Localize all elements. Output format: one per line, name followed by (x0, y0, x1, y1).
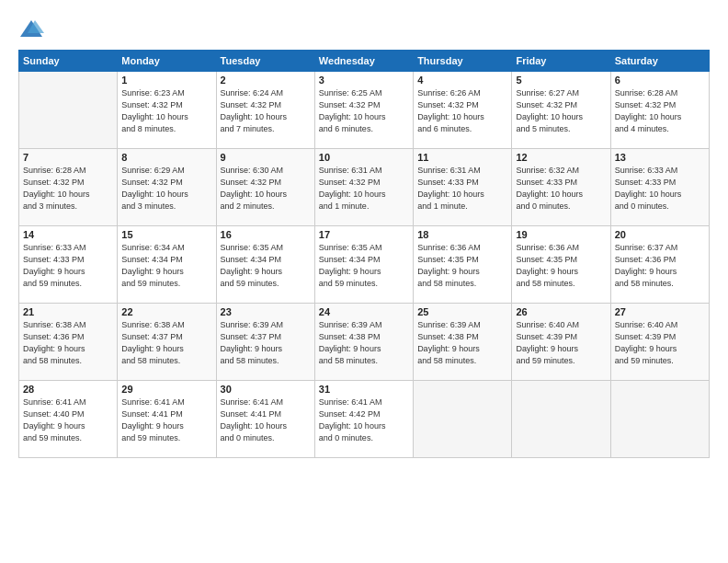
day-number: 26 (516, 306, 606, 317)
day-info: Sunrise: 6:36 AM Sunset: 4:35 PM Dayligh… (417, 242, 507, 290)
calendar-cell: 22Sunrise: 6:38 AM Sunset: 4:37 PM Dayli… (118, 304, 216, 381)
day-number: 18 (417, 229, 507, 240)
day-info: Sunrise: 6:38 AM Sunset: 4:36 PM Dayligh… (23, 319, 113, 367)
day-number: 16 (221, 229, 311, 240)
logo (18, 17, 46, 42)
calendar-cell: 21Sunrise: 6:38 AM Sunset: 4:36 PM Dayli… (19, 304, 118, 381)
day-number: 21 (23, 306, 113, 317)
day-info: Sunrise: 6:39 AM Sunset: 4:38 PM Dayligh… (319, 319, 409, 367)
day-number: 27 (615, 306, 705, 317)
calendar-cell: 16Sunrise: 6:35 AM Sunset: 4:34 PM Dayli… (216, 226, 314, 304)
calendar-cell (414, 381, 512, 458)
day-number: 7 (23, 152, 113, 163)
page: SundayMondayTuesdayWednesdayThursdayFrid… (0, 0, 728, 563)
day-info: Sunrise: 6:35 AM Sunset: 4:34 PM Dayligh… (221, 242, 311, 290)
day-info: Sunrise: 6:41 AM Sunset: 4:41 PM Dayligh… (221, 396, 311, 444)
calendar-cell: 20Sunrise: 6:37 AM Sunset: 4:36 PM Dayli… (610, 226, 709, 304)
day-info: Sunrise: 6:27 AM Sunset: 4:32 PM Dayligh… (516, 87, 606, 135)
calendar-cell: 10Sunrise: 6:31 AM Sunset: 4:32 PM Dayli… (314, 149, 413, 226)
day-number: 30 (221, 384, 311, 395)
day-number: 2 (221, 75, 311, 86)
day-number: 24 (319, 306, 409, 317)
calendar-week-4: 21Sunrise: 6:38 AM Sunset: 4:36 PM Dayli… (19, 304, 710, 381)
day-number: 10 (319, 152, 409, 163)
day-info: Sunrise: 6:34 AM Sunset: 4:34 PM Dayligh… (121, 242, 211, 290)
day-number: 11 (417, 152, 507, 163)
calendar-cell: 14Sunrise: 6:33 AM Sunset: 4:33 PM Dayli… (19, 226, 118, 304)
calendar-header-thursday: Thursday (414, 51, 512, 72)
calendar-cell: 24Sunrise: 6:39 AM Sunset: 4:38 PM Dayli… (314, 304, 413, 381)
day-info: Sunrise: 6:38 AM Sunset: 4:37 PM Dayligh… (121, 319, 211, 367)
day-info: Sunrise: 6:29 AM Sunset: 4:32 PM Dayligh… (121, 165, 211, 213)
day-number: 29 (121, 384, 211, 395)
calendar-cell: 7Sunrise: 6:28 AM Sunset: 4:32 PM Daylig… (19, 149, 118, 226)
logo-icon (18, 17, 44, 42)
calendar-cell: 5Sunrise: 6:27 AM Sunset: 4:32 PM Daylig… (512, 72, 610, 149)
calendar-cell: 23Sunrise: 6:39 AM Sunset: 4:37 PM Dayli… (216, 304, 314, 381)
calendar-cell: 1Sunrise: 6:23 AM Sunset: 4:32 PM Daylig… (118, 72, 216, 149)
calendar-week-2: 7Sunrise: 6:28 AM Sunset: 4:32 PM Daylig… (19, 149, 710, 226)
day-number: 8 (121, 152, 211, 163)
day-info: Sunrise: 6:24 AM Sunset: 4:32 PM Dayligh… (221, 87, 311, 135)
calendar-cell: 13Sunrise: 6:33 AM Sunset: 4:33 PM Dayli… (610, 149, 709, 226)
calendar-cell: 17Sunrise: 6:35 AM Sunset: 4:34 PM Dayli… (314, 226, 413, 304)
calendar-cell: 2Sunrise: 6:24 AM Sunset: 4:32 PM Daylig… (216, 72, 314, 149)
day-number: 5 (516, 75, 606, 86)
calendar-header-wednesday: Wednesday (314, 51, 413, 72)
day-number: 6 (615, 75, 705, 86)
day-info: Sunrise: 6:35 AM Sunset: 4:34 PM Dayligh… (319, 242, 409, 290)
day-number: 9 (221, 152, 311, 163)
calendar: SundayMondayTuesdayWednesdayThursdayFrid… (18, 50, 710, 458)
day-number: 1 (121, 75, 211, 86)
calendar-cell: 29Sunrise: 6:41 AM Sunset: 4:41 PM Dayli… (118, 381, 216, 458)
day-number: 15 (121, 229, 211, 240)
calendar-cell: 28Sunrise: 6:41 AM Sunset: 4:40 PM Dayli… (19, 381, 118, 458)
day-info: Sunrise: 6:28 AM Sunset: 4:32 PM Dayligh… (615, 87, 705, 135)
calendar-week-1: 1Sunrise: 6:23 AM Sunset: 4:32 PM Daylig… (19, 72, 710, 149)
calendar-cell: 27Sunrise: 6:40 AM Sunset: 4:39 PM Dayli… (610, 304, 709, 381)
calendar-cell: 11Sunrise: 6:31 AM Sunset: 4:33 PM Dayli… (414, 149, 512, 226)
day-info: Sunrise: 6:41 AM Sunset: 4:42 PM Dayligh… (319, 396, 409, 444)
day-info: Sunrise: 6:33 AM Sunset: 4:33 PM Dayligh… (23, 242, 113, 290)
day-number: 20 (615, 229, 705, 240)
calendar-cell (19, 72, 118, 149)
day-info: Sunrise: 6:25 AM Sunset: 4:32 PM Dayligh… (319, 87, 409, 135)
day-info: Sunrise: 6:40 AM Sunset: 4:39 PM Dayligh… (516, 319, 606, 367)
day-info: Sunrise: 6:41 AM Sunset: 4:40 PM Dayligh… (23, 396, 113, 444)
calendar-cell: 9Sunrise: 6:30 AM Sunset: 4:32 PM Daylig… (216, 149, 314, 226)
calendar-cell: 12Sunrise: 6:32 AM Sunset: 4:33 PM Dayli… (512, 149, 610, 226)
calendar-cell: 19Sunrise: 6:36 AM Sunset: 4:35 PM Dayli… (512, 226, 610, 304)
day-number: 3 (319, 75, 409, 86)
day-number: 19 (516, 229, 606, 240)
calendar-header-saturday: Saturday (610, 51, 709, 72)
day-number: 31 (319, 384, 409, 395)
calendar-cell: 4Sunrise: 6:26 AM Sunset: 4:32 PM Daylig… (414, 72, 512, 149)
calendar-cell: 30Sunrise: 6:41 AM Sunset: 4:41 PM Dayli… (216, 381, 314, 458)
calendar-cell: 6Sunrise: 6:28 AM Sunset: 4:32 PM Daylig… (610, 72, 709, 149)
day-number: 23 (221, 306, 311, 317)
calendar-header-sunday: Sunday (19, 51, 118, 72)
day-info: Sunrise: 6:32 AM Sunset: 4:33 PM Dayligh… (516, 165, 606, 213)
calendar-cell: 26Sunrise: 6:40 AM Sunset: 4:39 PM Dayli… (512, 304, 610, 381)
day-number: 25 (417, 306, 507, 317)
day-info: Sunrise: 6:37 AM Sunset: 4:36 PM Dayligh… (615, 242, 705, 290)
day-info: Sunrise: 6:41 AM Sunset: 4:41 PM Dayligh… (121, 396, 211, 444)
calendar-cell: 15Sunrise: 6:34 AM Sunset: 4:34 PM Dayli… (118, 226, 216, 304)
header (18, 17, 710, 42)
day-info: Sunrise: 6:30 AM Sunset: 4:32 PM Dayligh… (221, 165, 311, 213)
calendar-cell (512, 381, 610, 458)
calendar-header-tuesday: Tuesday (216, 51, 314, 72)
calendar-cell: 25Sunrise: 6:39 AM Sunset: 4:38 PM Dayli… (414, 304, 512, 381)
day-number: 17 (319, 229, 409, 240)
day-info: Sunrise: 6:23 AM Sunset: 4:32 PM Dayligh… (121, 87, 211, 135)
calendar-cell: 18Sunrise: 6:36 AM Sunset: 4:35 PM Dayli… (414, 226, 512, 304)
calendar-header-friday: Friday (512, 51, 610, 72)
calendar-cell (610, 381, 709, 458)
day-info: Sunrise: 6:26 AM Sunset: 4:32 PM Dayligh… (417, 87, 507, 135)
day-number: 28 (23, 384, 113, 395)
day-info: Sunrise: 6:36 AM Sunset: 4:35 PM Dayligh… (516, 242, 606, 290)
calendar-cell: 3Sunrise: 6:25 AM Sunset: 4:32 PM Daylig… (314, 72, 413, 149)
day-info: Sunrise: 6:28 AM Sunset: 4:32 PM Dayligh… (23, 165, 113, 213)
day-number: 13 (615, 152, 705, 163)
day-number: 4 (417, 75, 507, 86)
